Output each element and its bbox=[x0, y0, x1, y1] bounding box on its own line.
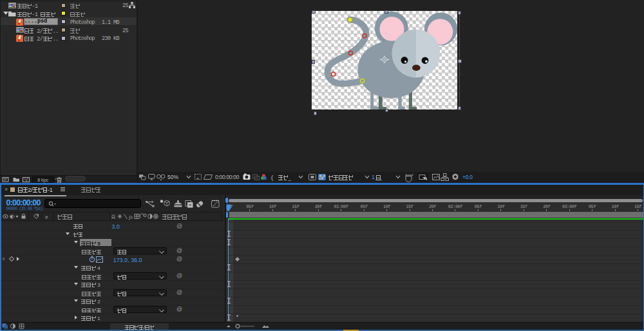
svg-text:50%: 50% bbox=[167, 174, 178, 180]
svg-text:fx: fx bbox=[129, 213, 133, 220]
svg-text:1: 1 bbox=[372, 174, 375, 180]
svg-text:0:00:00:00: 0:00:00:00 bbox=[215, 174, 240, 180]
svg-text:#: # bbox=[45, 214, 48, 220]
svg-text:+0.0: +0.0 bbox=[462, 174, 473, 180]
svg-text:(: ( bbox=[271, 174, 274, 181]
